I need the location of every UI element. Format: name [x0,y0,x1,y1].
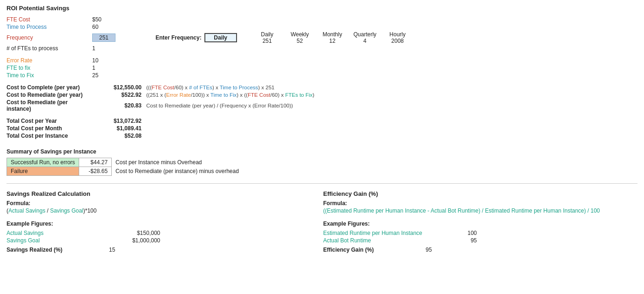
weekly-label: Weekly [288,31,312,38]
total-cost-instance-value: $52.08 [90,133,146,139]
cost-remediate-label: Cost to Remediate (per year) [7,92,90,98]
cost-remediate-formula: ((251 x (Error Rate/100)) x Time to Fix)… [146,92,637,98]
error-rate-label: Error Rate [7,57,90,64]
efficiency-formula-label: Formula: [323,200,347,207]
savings-formula-text: (Actual Savings / Savings Goal)*100 [7,207,96,214]
savings-goal-value: $1,000,000 [128,237,165,244]
failure-formula: Cost to Remediate (per instance) minus o… [112,167,243,176]
runtime-human-value: 100 [444,230,481,236]
efficiency-example-label: Example Figures: [323,220,370,227]
savings-goal-label: Savings Goal [7,237,128,244]
failure-value: -$28.65 [79,167,112,176]
success-label: Successful Run, no errors [7,158,79,167]
total-cost-year-value: $13,072.92 [90,118,146,124]
fte-to-fix-label: FTE to fix [7,65,90,71]
error-rate-value: 10 [90,57,146,64]
hourly-value: 2008 [386,38,409,44]
cost-complete-label: Cost to Complete (per year) [7,84,90,91]
efficiency-gain-title: Efficiency Gain (%) [323,190,637,197]
actual-savings-value: $150,000 [128,230,165,236]
monthly-value: 12 [321,38,344,44]
time-to-fix-label: Time to Fix [7,72,90,79]
fte-cost-value: $50 [90,16,146,23]
success-value: $44.27 [79,158,112,167]
cost-remediate-instance-value: $20.83 [90,102,146,109]
actual-savings-label: Actual Savings [7,230,128,236]
efficiency-formula-text: ((Estimated Runtime per Human Instance -… [323,207,600,214]
cost-remediate-instance-formula: Cost to Remediate (per year) / (Frequenc… [146,103,637,108]
runtime-bot-label: Actual Bot Runtime [323,237,444,244]
total-cost-year-label: Total Cost per Year [7,118,90,124]
summary-title: Summary of Savings per Instance [7,148,637,155]
quarterly-value: 4 [353,38,377,44]
efficiency-gain-result-label: Efficiency Gain (%) [323,247,416,253]
savings-example-label: Example Figures: [7,220,53,227]
savings-formula-label: Formula: [7,200,30,207]
frequency-entry-value[interactable]: Daily [204,33,237,42]
daily-label: Daily [256,31,279,38]
weekly-value: 52 [288,38,312,44]
savings-realized-result-value: 15 [100,247,115,253]
daily-value: 251 [256,38,279,44]
num-ftes-label: # of FTEs to process [7,45,90,52]
cost-remediate-value: $522.92 [90,92,146,98]
cost-complete-value: $12,550.00 [90,84,146,91]
frequency-label: Frequency [7,34,90,41]
efficiency-gain-result-value: 95 [416,247,432,253]
success-formula: Cost per Instance minus Overhead [112,158,243,167]
page-title: ROI Potential Savings [7,5,637,12]
time-to-process-value: 60 [90,24,146,30]
enter-frequency-label: Enter Frequency: [156,34,202,41]
runtime-human-label: Estimated Runtime per Human Instance [323,230,444,236]
runtime-bot-value: 95 [444,237,481,244]
time-to-process-label: Time to Process [7,24,90,30]
hourly-label: Hourly [386,31,409,38]
failure-label: Failure [7,167,79,176]
time-to-fix-value: 25 [90,72,146,79]
monthly-label: Monthly [321,31,344,38]
num-ftes-value: 1 [90,45,146,52]
summary-table: Successful Run, no errors $44.27 Cost pe… [7,158,243,176]
savings-realized-title: Savings Realized Calculation [7,190,314,197]
fte-cost-label: FTE Cost [7,16,90,23]
total-cost-instance-label: Total Cost per Instance [7,133,90,139]
total-cost-month-value: $1,089.41 [90,125,146,132]
cost-complete-formula: (((FTE Cost/60) x # of FTEs) x Time to P… [146,85,637,90]
cost-remediate-instance-label: Cost to Remediate (per instance) [7,99,90,112]
savings-realized-result-label: Savings Realized (%) [7,247,100,253]
fte-to-fix-value: 1 [90,65,146,71]
quarterly-label: Quarterly [353,31,377,38]
total-cost-month-label: Total Cost per Month [7,125,90,132]
frequency-value: 251 [92,33,115,42]
